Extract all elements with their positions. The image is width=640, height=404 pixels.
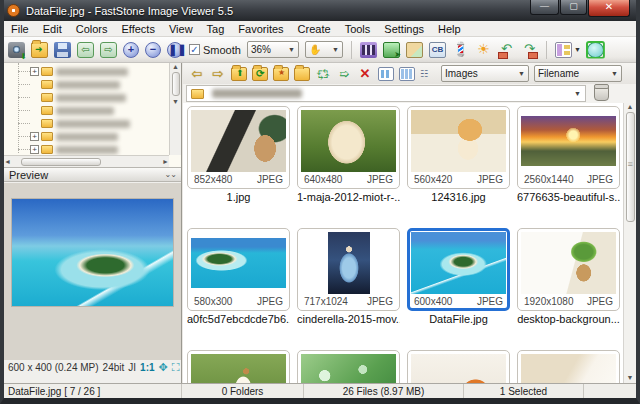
zoom-in-icon[interactable]: + <box>123 42 139 58</box>
preview-image[interactable] <box>11 198 174 307</box>
rotate-right-icon[interactable]: ↷ <box>521 42 538 58</box>
email-image-icon[interactable] <box>383 42 400 58</box>
thumbnail-image <box>411 354 506 383</box>
format-flags: JI <box>128 362 136 373</box>
menu-view[interactable]: View <box>162 23 200 35</box>
preview-fullscreen-icon[interactable]: ⛶ <box>172 361 180 374</box>
thumbnail-card[interactable]: 640x480JPEG <box>297 106 400 189</box>
crop-board-icon[interactable] <box>406 42 423 58</box>
acquire-camera-icon[interactable] <box>8 42 25 58</box>
thumbnail-card[interactable]: 717x1024JPEG <box>297 228 400 311</box>
thumbnail-card[interactable]: 560x420JPEG <box>407 106 510 189</box>
folder-tree[interactable]: + + + ▲▼ ◄► <box>4 63 181 167</box>
close-button[interactable]: ✕ <box>588 0 630 17</box>
rotate-left-icon[interactable]: ↶ <box>498 42 515 58</box>
thumbnail-card[interactable] <box>407 350 510 383</box>
minimize-button[interactable]: — <box>530 0 559 15</box>
browser-toolbar: ⇦ ⇨ ⮔ ➯ ✕ ☷ Images▼ Filename▼ <box>183 63 636 84</box>
tree-folder-row[interactable] <box>30 117 130 130</box>
left-panel: + + + ▲▼ ◄► Preview ⌄⌄ 600 x 400 <box>4 63 182 383</box>
thumbnail-filename: 124316.jpg <box>407 191 510 203</box>
actual-size-icon[interactable]: ❚❚ <box>167 42 183 58</box>
slideshow-icon[interactable] <box>360 42 377 58</box>
thumbnail-card[interactable]: 2560x1440JPEG <box>517 106 620 189</box>
list-view-icon[interactable]: ☷ <box>420 67 436 81</box>
thumbnail-card[interactable]: 852x480JPEG <box>187 106 290 189</box>
detail-view-icon[interactable] <box>399 67 415 81</box>
grid-vertical-scrollbar[interactable]: ▲▼ <box>623 103 636 383</box>
hand-tool-select[interactable]: ✋▼ <box>305 41 343 58</box>
tree-folder-row[interactable] <box>30 78 130 91</box>
thumbnail-card[interactable]: 580x300JPEG <box>187 228 290 311</box>
save-icon[interactable] <box>54 42 71 58</box>
adjust-lighting-icon[interactable]: ☀ <box>475 42 492 58</box>
thumbnail-grid: 852x480JPEG 1.jpg 640x480JPEG 1-maja-201… <box>183 103 623 383</box>
layout-dropdown-arrow[interactable]: ▼ <box>574 46 581 53</box>
thumbnail-filename: a0fc5d7ebcdcde7b6... <box>187 313 290 325</box>
tree-horizontal-scrollbar[interactable]: ◄► <box>4 155 169 167</box>
copy-to-folder-icon[interactable]: ⇦ <box>77 42 94 58</box>
tree-folder-row[interactable]: + <box>30 65 130 78</box>
thumbnail-image <box>411 232 506 294</box>
menu-tag[interactable]: Tag <box>200 23 232 35</box>
thumbnail-view-icon[interactable] <box>378 67 394 81</box>
thumbnail-card[interactable] <box>297 350 400 383</box>
fullscreen-icon[interactable] <box>587 42 604 58</box>
favorites-folder-icon[interactable] <box>273 67 289 81</box>
path-dropdown-arrow[interactable]: ▼ <box>574 90 581 97</box>
copy-files-icon[interactable]: ⮔ <box>315 67 331 81</box>
expand-icon[interactable]: + <box>30 67 39 76</box>
path-text-blurred <box>212 89 302 98</box>
thumbnail-card-selected[interactable]: 600x400JPEG <box>407 228 510 311</box>
batch-convert-icon[interactable]: CB <box>429 42 446 58</box>
menu-favorites[interactable]: Favorites <box>231 23 290 35</box>
file-type-filter-select[interactable]: Images▼ <box>441 65 529 82</box>
sort-by-select[interactable]: Filename▼ <box>534 65 622 82</box>
forward-icon[interactable]: ⇨ <box>210 67 226 81</box>
status-empty <box>584 384 636 398</box>
maximize-button[interactable]: ▢ <box>560 0 587 15</box>
menu-help[interactable]: Help <box>431 23 468 35</box>
new-folder-icon[interactable] <box>294 67 310 81</box>
zoom-out-icon[interactable]: − <box>145 42 161 58</box>
menu-file[interactable]: File <box>4 23 36 35</box>
expand-icon[interactable]: + <box>30 132 39 141</box>
back-icon[interactable]: ⇦ <box>189 67 205 81</box>
path-bar[interactable]: ▼ <box>186 85 586 102</box>
zoom-level-select[interactable]: 36%▼ <box>247 41 299 58</box>
refresh-folder-icon[interactable] <box>252 67 268 81</box>
folder-up-icon[interactable] <box>231 67 247 81</box>
folder-icon <box>41 67 53 76</box>
open-folder-icon[interactable] <box>31 42 48 58</box>
preview-panel-header[interactable]: Preview ⌄⌄ <box>4 167 181 182</box>
thumbnail-image <box>191 354 286 383</box>
delete-icon[interactable]: ✕ <box>357 67 373 81</box>
menu-tools[interactable]: Tools <box>338 23 378 35</box>
window-layout-icon[interactable] <box>555 42 572 58</box>
preview-title: Preview <box>9 169 48 181</box>
tree-folder-row[interactable]: + <box>30 130 130 143</box>
folder-icon <box>41 145 53 154</box>
clone-stamp-icon[interactable]: 💈 <box>452 42 469 58</box>
menu-effects[interactable]: Effects <box>115 23 162 35</box>
menu-create[interactable]: Create <box>291 23 338 35</box>
tree-folder-row[interactable] <box>30 104 130 117</box>
preview-area <box>4 183 181 360</box>
menu-edit[interactable]: Edit <box>36 23 69 35</box>
tree-vertical-scrollbar[interactable]: ▲▼ <box>169 63 181 155</box>
menu-settings[interactable]: Settings <box>377 23 431 35</box>
image-info-line: 600 x 400 (0.24 MP) 24bit JI 1:1 ✥ ⛶ <box>4 360 181 374</box>
expand-icon[interactable]: + <box>30 145 39 154</box>
thumbnail-card[interactable]: 1920x1080JPEG <box>517 228 620 311</box>
fit-window-icon[interactable]: ✥ <box>159 361 168 374</box>
collapse-chevron-icon[interactable]: ⌄⌄ <box>165 170 176 179</box>
thumbnail-card[interactable] <box>187 350 290 383</box>
recycle-bin-icon[interactable] <box>594 86 609 101</box>
move-to-folder-icon[interactable]: ⇨ <box>100 42 117 58</box>
move-files-icon[interactable]: ➯ <box>336 67 352 81</box>
menu-colors[interactable]: Colors <box>69 23 115 35</box>
smooth-checkbox[interactable]: ✓ <box>189 44 200 55</box>
thumbnail-card[interactable] <box>517 350 620 383</box>
thumbnail-filename: cinderella-2015-mov... <box>297 313 400 325</box>
tree-folder-row[interactable] <box>30 91 130 104</box>
